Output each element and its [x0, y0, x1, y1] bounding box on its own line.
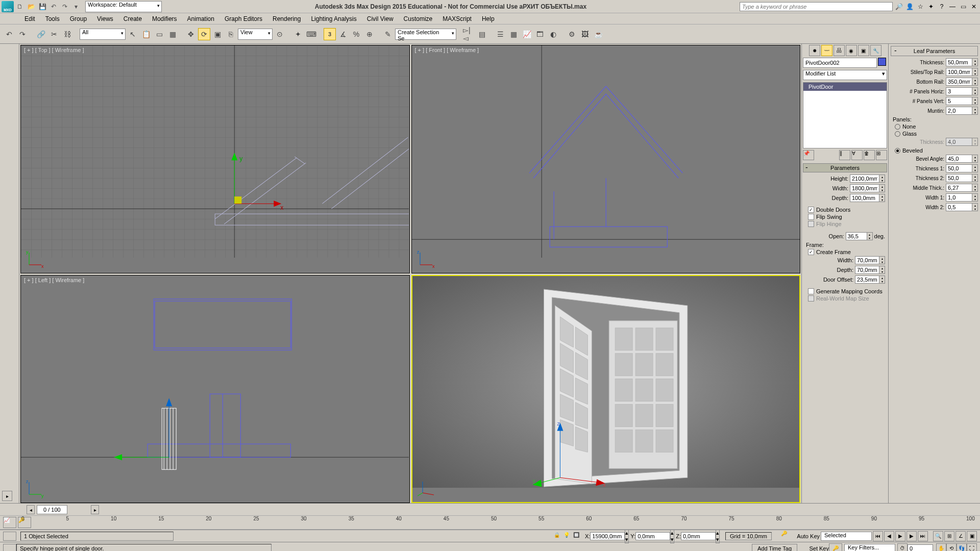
tab-create-icon[interactable]: ✹: [809, 45, 820, 56]
w2-spinner[interactable]: ▴▾: [946, 203, 978, 211]
lp-muntin-spinner[interactable]: ▴▾: [946, 107, 978, 115]
render-frame-icon[interactable]: 🖼: [579, 28, 591, 40]
menu-maxscript[interactable]: MAXScript: [437, 13, 477, 24]
rb-none[interactable]: [895, 124, 900, 130]
align-icon[interactable]: ▤: [476, 28, 488, 40]
tab-motion-icon[interactable]: ◉: [846, 45, 857, 56]
maxscript-icon[interactable]: [3, 532, 16, 541]
signin-icon[interactable]: 👤: [905, 2, 914, 11]
dropdown-icon[interactable]: ▾: [71, 2, 81, 12]
curve-editor-icon[interactable]: 📈: [521, 28, 533, 40]
infocenter-icon[interactable]: 🔎: [894, 2, 903, 11]
selection-filter[interactable]: All: [80, 29, 126, 40]
schematic-icon[interactable]: 🗔: [534, 28, 546, 40]
tab-hierarchy-icon[interactable]: 品: [834, 45, 845, 56]
object-name-input[interactable]: [803, 58, 877, 68]
time-slider-row[interactable]: ◂ 0 / 100 ▸: [0, 503, 980, 515]
open-spinner[interactable]: ▴▾: [846, 232, 873, 240]
add-time-tag-button[interactable]: Add Time Tag: [752, 544, 797, 552]
double-doors-checkbox[interactable]: ✓: [808, 207, 814, 213]
time-config-icon[interactable]: ⏱: [897, 543, 908, 552]
angle-snap-icon[interactable]: ∡: [337, 28, 349, 40]
tab-utilities-icon[interactable]: 🔧: [870, 45, 881, 56]
percent-snap-icon[interactable]: %: [350, 28, 362, 40]
move-icon[interactable]: ✥: [185, 28, 197, 40]
menu-create[interactable]: Create: [118, 13, 147, 24]
favorites-icon[interactable]: ✦: [926, 2, 936, 11]
keymode-dropdown[interactable]: Selected: [821, 532, 872, 541]
mt-spinner[interactable]: ▴▾: [946, 184, 978, 192]
menu-modifiers[interactable]: Modifiers: [147, 13, 182, 24]
w1-spinner[interactable]: ▴▾: [946, 193, 978, 202]
menu-grapheditors[interactable]: Graph Editors: [219, 13, 267, 24]
viewport-top[interactable]: [ + ] [ Top ] [ Wireframe ]: [20, 45, 410, 273]
workspace-dropdown[interactable]: Workspace: Default: [85, 1, 162, 12]
rollout-parameters[interactable]: Parameters: [803, 163, 887, 172]
unlink-icon[interactable]: ✂: [48, 28, 60, 40]
rotate-icon[interactable]: ⟳: [198, 28, 210, 40]
lp-bottom-spinner[interactable]: ▴▾: [946, 78, 978, 86]
nav-zoomregion-icon[interactable]: ▣: [967, 531, 977, 541]
viewport-left[interactable]: [ + ] [ Left ] [ Wireframe ]: [20, 275, 410, 504]
select-name-icon[interactable]: 📋: [140, 28, 152, 40]
save-icon[interactable]: 💾: [37, 2, 47, 12]
menu-animation[interactable]: Animation: [182, 13, 219, 24]
height-spinner[interactable]: ▴▾: [850, 174, 885, 183]
goto-start-icon[interactable]: ⏮: [873, 531, 883, 541]
edit-selset-icon[interactable]: ✎: [382, 28, 394, 40]
snap-3-icon[interactable]: 3: [324, 28, 336, 40]
tab-modify-icon[interactable]: 〰: [821, 45, 832, 56]
mirror-icon[interactable]: ▻|◅: [462, 28, 475, 40]
time-slider-next-icon[interactable]: ▸: [91, 505, 99, 514]
exchange-icon[interactable]: ☆: [916, 2, 925, 11]
menu-tools[interactable]: Tools: [40, 13, 65, 24]
rb-glass[interactable]: [895, 131, 900, 137]
nav-maximize-icon[interactable]: ⛶: [967, 543, 977, 552]
app-icon[interactable]: MXD: [2, 1, 14, 12]
menu-customize[interactable]: Customize: [399, 13, 438, 24]
menu-rendering[interactable]: Rendering: [267, 13, 306, 24]
nav-zoom-icon[interactable]: 🔍: [933, 531, 943, 541]
doffset-spinner[interactable]: ▴▾: [855, 276, 885, 284]
key-icon[interactable]: 🔑: [781, 531, 792, 542]
rollout-leaf[interactable]: Leaf Parameters: [891, 46, 978, 56]
open-icon[interactable]: 📂: [26, 2, 36, 12]
z-coord-input[interactable]: [681, 532, 716, 540]
nav-pan-icon[interactable]: ✋: [936, 543, 946, 552]
render-setup-icon[interactable]: ⚙: [566, 28, 578, 40]
object-color-swatch[interactable]: [878, 58, 886, 66]
fdepth-spinner[interactable]: ▴▾: [855, 266, 885, 274]
menu-group[interactable]: Group: [65, 13, 92, 24]
key-filters-button[interactable]: Key Filters...: [844, 544, 895, 552]
trackbar-toggle-icon[interactable]: ▸: [2, 491, 12, 501]
menu-views[interactable]: Views: [92, 13, 118, 24]
lp-stiles-spinner[interactable]: ▴▾: [946, 68, 978, 76]
modifier-stack[interactable]: PivotDoor: [803, 82, 887, 148]
isolate-icon[interactable]: 💡: [564, 532, 572, 540]
keyboard-icon[interactable]: ⌨: [305, 28, 317, 40]
width-spinner[interactable]: ▴▾: [850, 184, 885, 192]
undo-icon[interactable]: ↶: [48, 2, 59, 12]
select-rect-icon[interactable]: ▭: [153, 28, 165, 40]
ref-coord-dropdown[interactable]: View: [238, 29, 273, 40]
link-icon[interactable]: 🔗: [35, 28, 47, 40]
remove-mod-icon[interactable]: 🗑: [864, 150, 875, 160]
help-icon[interactable]: ?: [937, 2, 946, 11]
pin-stack-icon[interactable]: 📌: [803, 150, 814, 160]
nav-orbit-icon[interactable]: ⟲: [946, 543, 957, 552]
lock-icon[interactable]: 🔒: [554, 532, 562, 540]
minimize-icon[interactable]: —: [948, 2, 957, 11]
redo-icon[interactable]: ↷: [60, 2, 70, 12]
t1-spinner[interactable]: ▴▾: [946, 164, 978, 172]
play-icon[interactable]: ▶: [895, 531, 905, 541]
graphite-icon[interactable]: ▦: [507, 28, 520, 40]
set-key-button[interactable]: 🔑: [829, 543, 842, 552]
time-slider-prev-icon[interactable]: ◂: [27, 505, 35, 514]
viewport-perspective[interactable]: [ + ] [ Perspective] [ Shaded ]: [411, 275, 801, 504]
redo-button[interactable]: ↷: [16, 28, 29, 40]
bangle-spinner[interactable]: ▴▾: [946, 155, 978, 163]
x-coord-input[interactable]: [590, 532, 625, 540]
help-search-input[interactable]: [740, 2, 893, 11]
unique-icon[interactable]: ∀: [851, 150, 863, 160]
lp-pvert-spinner[interactable]: ▴▾: [946, 97, 978, 105]
